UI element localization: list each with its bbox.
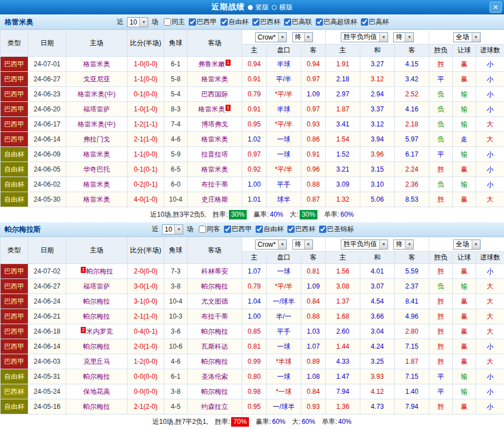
vertical-radio[interactable] — [248, 5, 253, 10]
team-name[interactable]: 帕尔梅拉斯 — [4, 224, 41, 234]
scope-control: 全场▼ — [429, 237, 504, 252]
asia-handicap: 一球 — [267, 264, 301, 279]
away-team[interactable]: 帕尔梅拉 — [202, 388, 228, 395]
europe-state-select[interactable]: 终▼ — [393, 240, 414, 250]
away-team[interactable]: 巴西国际 — [202, 90, 228, 98]
team-name[interactable]: 格雷米奥 — [4, 17, 33, 27]
result-cell: 胜 — [429, 399, 453, 414]
europe-mean-select[interactable]: 胜平负均值▼ — [341, 240, 388, 250]
match-type: 巴西甲 — [1, 309, 28, 324]
match-type: 自由杯 — [1, 399, 28, 414]
home-team[interactable]: 帕尔梅拉 — [84, 343, 110, 350]
league-checkbox[interactable] — [224, 226, 231, 233]
away-team[interactable]: 弗鲁米嫩 — [198, 60, 225, 68]
europe-state-select[interactable]: 终▼ — [393, 32, 414, 42]
home-team[interactable]: 米内罗竞 — [86, 328, 113, 335]
europe-mean-select[interactable]: 胜平负均值▼ — [341, 32, 388, 42]
away-team[interactable]: 帕尔梅拉 — [202, 358, 228, 365]
summary-bar: 近10场,胜7平2负1, 胜率:70%赢率:60%大:60%单率:40% — [0, 414, 504, 429]
result-cell: 平 — [429, 147, 453, 162]
europe-away-odds: 1.40 — [395, 384, 429, 399]
home-team[interactable]: 帕尔梅拉 — [84, 373, 110, 380]
recent-count-select[interactable]: 10▼ — [162, 224, 183, 234]
home-team[interactable]: 保地花高 — [84, 388, 110, 395]
horizontal-radio[interactable] — [272, 5, 277, 10]
league-checkbox[interactable] — [361, 18, 368, 26]
home-team[interactable]: 帕尔梅拉 — [84, 297, 110, 305]
away-team[interactable]: 尤文图德 — [202, 297, 228, 305]
close-button[interactable]: ✕ — [490, 2, 502, 13]
league-checkbox[interactable] — [287, 226, 295, 233]
away-team[interactable]: 瓦斯科达 — [202, 343, 228, 350]
away-team[interactable]: 格雷米奥 — [202, 165, 228, 173]
match-date: 24-05-30 — [28, 192, 66, 207]
handicap-result-cell: 走 — [453, 132, 476, 147]
europe-home-odds: 7.94 — [326, 384, 360, 399]
asia-home-odds: 0.85 — [242, 324, 267, 339]
home-team[interactable]: 福塔雷萨 — [84, 282, 110, 290]
away-team[interactable]: 史庄格斯 — [202, 196, 228, 203]
away-team[interactable]: 布拉干蒂 — [202, 312, 228, 320]
away-team-cell: 帕尔梅拉 — [188, 324, 242, 339]
bookmaker-select-value: Crow* — [256, 33, 278, 41]
away-team[interactable]: 博塔弗戈 — [202, 120, 228, 128]
goals-cell: 大 — [476, 279, 504, 294]
match-score: 0-0(0-0) — [128, 369, 164, 384]
corner-score: 10-3 — [164, 309, 188, 324]
match-score: 1-2(1-1) — [128, 117, 164, 132]
europe-draw-odds: 4.24 — [360, 339, 395, 354]
scope-select[interactable]: 全场▼ — [453, 240, 481, 250]
same-venue-checkbox[interactable] — [164, 18, 171, 26]
home-team[interactable]: 帕尔梅拉 — [86, 267, 113, 275]
away-team[interactable]: 布拉干蒂 — [202, 180, 228, 188]
vertical-radio-label[interactable]: 竖版 — [256, 3, 269, 12]
home-team[interactable]: 格雷米奥(中) — [78, 90, 116, 98]
away-team[interactable]: 帕尔梅拉 — [202, 328, 228, 335]
away-team[interactable]: 格雷米奥 — [198, 105, 225, 113]
away-team[interactable]: 格雷米奥 — [202, 75, 228, 83]
match-score: 2-1(1-0) — [128, 309, 164, 324]
league-checkbox[interactable] — [252, 18, 260, 26]
away-team[interactable]: 科林蒂安 — [202, 267, 228, 275]
league-checkbox[interactable] — [189, 18, 196, 26]
away-team[interactable]: 圣洛伦索 — [202, 373, 228, 380]
horizontal-radio-label[interactable]: 横版 — [280, 3, 293, 12]
match-row: 自由杯24-05-30格雷米奥4-0(1-0)10-4史庄格斯1.01球半0.8… — [1, 192, 504, 207]
home-team[interactable]: 格雷米奥 — [84, 60, 110, 68]
home-team[interactable]: 格雷米奥 — [84, 150, 110, 158]
result-cell: 负 — [429, 177, 453, 192]
same-venue-checkbox[interactable] — [199, 226, 206, 233]
home-team[interactable]: 弗拉门戈 — [84, 135, 110, 143]
away-team[interactable]: 拉普拉塔 — [202, 150, 228, 158]
home-team[interactable]: 格雷米奥 — [84, 196, 110, 203]
recent-count-select[interactable]: 10▼ — [127, 17, 148, 27]
league-checkbox[interactable] — [319, 226, 326, 233]
asia-state-select[interactable]: 终▼ — [292, 32, 313, 42]
away-team[interactable]: 约森拉立 — [202, 403, 228, 411]
league-checkbox[interactable] — [316, 18, 323, 26]
home-team[interactable]: 格雷米奥(中) — [78, 120, 116, 128]
scope-select[interactable]: 全场▼ — [453, 32, 481, 42]
corner-score: 7-4 — [164, 117, 188, 132]
league-checkbox[interactable] — [221, 18, 228, 26]
asia-state-select[interactable]: 终▼ — [292, 240, 313, 250]
match-row: 巴西甲24-06-17格雷米奥(中)1-2(1-1)7-4博塔弗戈0.95*平/… — [1, 117, 504, 132]
home-team[interactable]: 克里丘马 — [84, 358, 110, 365]
away-team[interactable]: 格雷米奥 — [202, 135, 228, 143]
league-checkbox[interactable] — [256, 226, 263, 233]
bookmaker-select[interactable]: Crow*▼ — [255, 32, 287, 42]
home-team[interactable]: 帕尔梅拉 — [84, 312, 110, 320]
chevron-down-icon: ▼ — [174, 225, 183, 234]
home-team[interactable]: 戈亚尼亚 — [84, 75, 110, 83]
bookmaker-select[interactable]: Crow*▼ — [255, 240, 287, 250]
home-team[interactable]: 格雷米奥 — [84, 180, 110, 188]
away-team[interactable]: 帕尔梅拉 — [202, 282, 228, 290]
home-team[interactable]: 福塔雷萨 — [84, 105, 110, 113]
home-team[interactable]: 华奇巴托 — [84, 165, 110, 173]
col-asia-away: 客 — [301, 45, 326, 57]
league-checkbox[interactable] — [284, 18, 291, 26]
match-score: 2-1(2-0) — [128, 399, 164, 414]
asia-away-odds: 0.84 — [301, 384, 326, 399]
league-checkbox-label: 巴西甲 — [197, 17, 217, 27]
home-team[interactable]: 帕尔梅拉 — [84, 403, 110, 411]
